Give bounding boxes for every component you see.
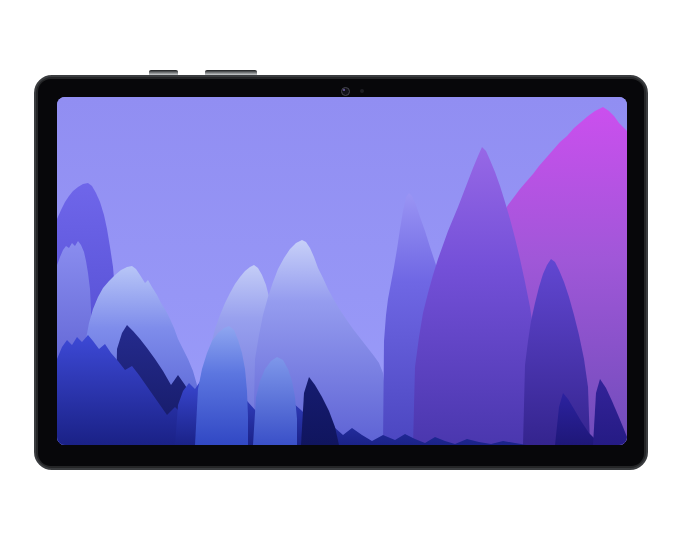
wallpaper-svg <box>57 97 627 445</box>
tablet-body <box>34 75 648 470</box>
product-image-stage <box>0 0 684 547</box>
tablet-screen <box>57 97 627 445</box>
front-camera-icon <box>341 87 350 96</box>
camera-glint <box>343 89 345 91</box>
light-sensor-icon <box>360 89 364 93</box>
